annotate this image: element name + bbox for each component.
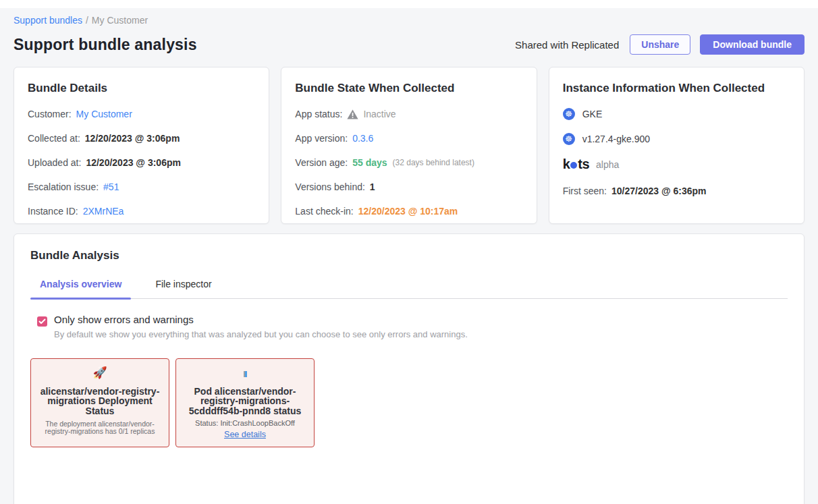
kots-logo: kts	[563, 157, 589, 172]
bundle-state-title: Bundle State When Collected	[295, 82, 522, 95]
uploaded-at-row: Uploaded at: 12/20/2023 @ 3:06pm	[28, 157, 255, 168]
rocket-icon: 🚀	[36, 367, 163, 381]
warning-triangle-icon	[347, 109, 358, 119]
analyzer-card-pod-status: Pod alicenstar/vendor-registry-migration…	[175, 358, 315, 447]
collected-at-label: Collected at:	[28, 133, 80, 144]
version-age-row: Version age: 55 days (32 days behind lat…	[295, 157, 522, 168]
download-bundle-button[interactable]: Download bundle	[700, 34, 805, 55]
kots-logo-dot-icon	[570, 162, 577, 169]
distribution-row: ☸ GKE	[563, 108, 790, 120]
version-age-label: Version age:	[295, 157, 348, 168]
last-checkin-row: Last check-in: 12/20/2023 @ 10:17am	[295, 206, 522, 217]
analyzer-results: 🚀 alicenstar/vendor-registry-migrations …	[30, 358, 788, 447]
top-strip	[0, 0, 818, 8]
kots-logo-ts: ts	[578, 157, 589, 172]
page-header: Support bundle analysis Shared with Repl…	[11, 34, 807, 55]
instance-id-row: Instance ID: 2XMrNEa	[28, 206, 255, 217]
unshare-button[interactable]: Unshare	[630, 34, 690, 55]
bundle-details-card: Bundle Details Customer: My Customer Col…	[13, 67, 269, 224]
kots-row: kts alpha	[563, 157, 790, 172]
k8s-version-row: ☸ v1.27.4-gke.900	[563, 133, 790, 145]
analyzer-card-title: Pod alicenstar/vendor-registry-migration…	[182, 387, 308, 416]
distribution-value: GKE	[582, 109, 603, 119]
app-status-label: App status:	[295, 109, 342, 119]
breadcrumb-separator: /	[86, 15, 88, 26]
filter-label: Only show errors and warnings	[54, 314, 468, 325]
version-age-value: 55 days	[352, 157, 387, 168]
analysis-tabs: Analysis overview File inspector	[30, 279, 788, 299]
customer-link[interactable]: My Customer	[76, 109, 132, 119]
only-errors-checkbox[interactable]	[37, 316, 47, 327]
analyzer-card-status: Status: Init:CrashLoopBackOff	[182, 419, 308, 427]
app-status-row: App status: Inactive	[295, 109, 522, 119]
k8s-version-value: v1.27.4-gke.900	[582, 134, 650, 144]
last-checkin-value: 12/20/2023 @ 10:17am	[358, 206, 458, 217]
escalation-issue-row: Escalation issue: #51	[28, 181, 255, 192]
analyzer-card-deployment-status: 🚀 alicenstar/vendor-registry-migrations …	[30, 358, 169, 447]
gke-distribution-icon: ☸	[563, 108, 575, 120]
kots-channel: alpha	[596, 159, 619, 170]
bundle-state-card: Bundle State When Collected App status: …	[281, 67, 537, 224]
bundle-details-title: Bundle Details	[28, 82, 255, 95]
collected-at-value: 12/20/2023 @ 3:06pm	[85, 133, 180, 144]
app-version-link[interactable]: 0.3.6	[352, 133, 373, 144]
analyzer-card-message: The deployment alicenstar/vendor-registr…	[36, 420, 163, 436]
bundle-analysis-title: Bundle Analysis	[30, 249, 788, 262]
uploaded-at-value: 12/20/2023 @ 3:06pm	[86, 157, 181, 168]
last-checkin-label: Last check-in:	[295, 206, 353, 217]
app-version-row: App version: 0.3.6	[295, 133, 522, 144]
support-bundle-analysis-page: Support bundles/My Customer Support bund…	[0, 0, 818, 504]
breadcrumb-support-bundles-link[interactable]: Support bundles	[13, 15, 82, 26]
filter-description: By default we show you everything that w…	[54, 329, 468, 339]
customer-label: Customer:	[28, 109, 72, 119]
kubernetes-icon: ☸	[563, 133, 575, 145]
errors-warnings-filter: Only show errors and warnings By default…	[30, 314, 788, 339]
breadcrumb-current: My Customer	[92, 15, 148, 26]
kots-logo-k: k	[563, 157, 570, 172]
breadcrumb: Support bundles/My Customer	[11, 15, 807, 26]
escalation-issue-link[interactable]: #51	[103, 181, 119, 192]
versions-behind-row: Versions behind: 1	[295, 181, 522, 192]
broken-image-icon	[182, 367, 308, 381]
shared-status-text: Shared with Replicated	[515, 39, 619, 51]
instance-info-card: Instance Information When Collected ☸ GK…	[549, 67, 805, 224]
app-status-value: Inactive	[363, 109, 396, 119]
analyzer-card-title: alicenstar/vendor-registry-migrations De…	[36, 387, 163, 416]
tab-file-inspector[interactable]: File inspector	[146, 279, 221, 298]
versions-behind-value: 1	[370, 181, 375, 192]
instance-id-link[interactable]: 2XMrNEa	[83, 206, 124, 217]
uploaded-at-label: Uploaded at:	[28, 157, 81, 168]
versions-behind-label: Versions behind:	[295, 181, 365, 192]
tab-analysis-overview[interactable]: Analysis overview	[30, 279, 131, 298]
instance-id-label: Instance ID:	[28, 206, 78, 217]
summary-cards-row: Bundle Details Customer: My Customer Col…	[11, 67, 807, 224]
escalation-issue-label: Escalation issue:	[28, 181, 99, 192]
page-title: Support bundle analysis	[13, 36, 197, 54]
customer-row: Customer: My Customer	[28, 109, 255, 119]
version-age-note: (32 days behind latest)	[393, 157, 474, 168]
first-seen-label: First seen:	[563, 186, 607, 196]
see-details-link[interactable]: See details	[224, 430, 266, 439]
app-version-label: App version:	[295, 133, 348, 144]
first-seen-value: 10/27/2023 @ 6:36pm	[611, 186, 707, 196]
bundle-analysis-card: Bundle Analysis Analysis overview File i…	[13, 233, 805, 504]
first-seen-row: First seen: 10/27/2023 @ 6:36pm	[563, 186, 790, 196]
instance-info-title: Instance Information When Collected	[563, 82, 790, 95]
collected-at-row: Collected at: 12/20/2023 @ 3:06pm	[28, 133, 255, 144]
